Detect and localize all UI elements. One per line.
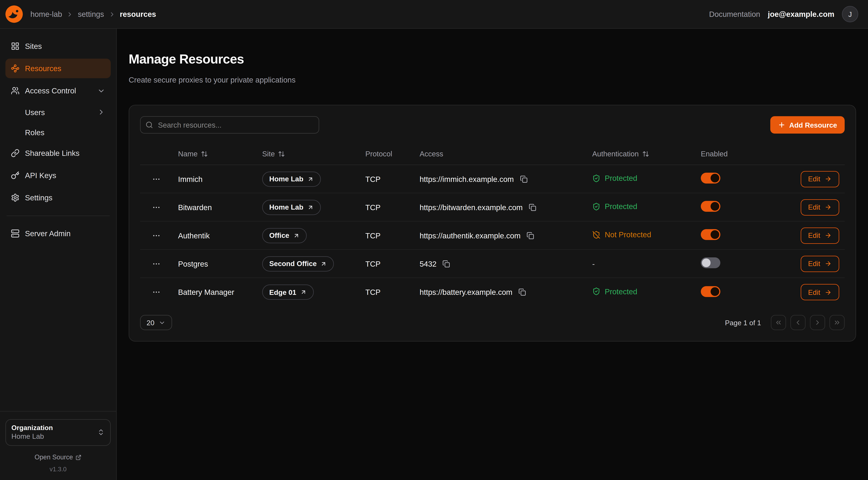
chevron-down-icon [159,319,166,326]
previous-page-button[interactable] [790,315,806,330]
ellipsis-icon [152,259,161,268]
enabled-toggle[interactable] [701,286,720,297]
arrow-up-right-icon [307,204,314,210]
sidebar-item-roles[interactable]: Roles [5,123,111,141]
copy-button[interactable] [525,231,535,240]
shield-check-icon [592,174,600,182]
next-page-button[interactable] [810,315,825,330]
row-actions-button[interactable] [150,229,163,242]
chevrons-up-down-icon [97,429,105,436]
sidebar: Sites Resources Access Control Users Rol… [0,29,117,480]
site-link[interactable]: Home Lab [262,171,321,187]
arrow-right-icon [825,260,832,267]
edit-label: Edit [808,175,820,183]
chevron-right-icon [97,108,105,116]
sidebar-item-resources[interactable]: Resources [5,59,111,78]
chevron-right-icon [814,319,821,326]
access-url: https://immich.example.com [420,175,514,183]
open-source-label: Open Source [35,453,73,461]
header-authentication[interactable]: Authentication [592,150,701,158]
sidebar-item-label: Server Admin [25,229,70,238]
edit-label: Edit [808,260,820,268]
sidebar-item-api-keys[interactable]: API Keys [5,166,111,185]
protocol: TCP [365,288,420,297]
user-email[interactable]: joe@example.com [768,10,834,19]
header-name[interactable]: Name [178,150,262,158]
shield-check-icon [592,203,600,211]
sidebar-item-label: API Keys [25,171,56,180]
site-link[interactable]: Home Lab [262,200,321,215]
sidebar-item-server-admin[interactable]: Server Admin [5,224,111,243]
header-access-label: Access [420,150,443,158]
sidebar-item-label: Sites [25,42,42,51]
copy-button[interactable] [528,202,537,212]
site-link[interactable]: Edge 01 [262,284,314,300]
page-title: Manage Resources [129,52,856,67]
copy-button[interactable] [519,174,529,184]
enabled-toggle[interactable] [701,258,720,268]
server-icon [11,229,20,238]
chevron-right-icon [66,11,73,18]
chevron-left-icon [794,319,802,326]
search-input[interactable] [140,116,319,133]
header-site[interactable]: Site [262,150,365,158]
shield-check-icon [592,288,600,296]
ellipsis-icon [152,175,161,183]
sidebar-item-label: Resources [25,64,61,73]
app-logo[interactable] [5,5,23,23]
row-actions-button[interactable] [150,286,163,299]
edit-button[interactable]: Edit [801,227,839,244]
sidebar-item-label: Users [25,108,45,117]
table-header: Name Site Protocol Access [140,143,845,165]
row-actions-button[interactable] [150,173,163,185]
edit-button[interactable]: Edit [801,256,839,272]
row-actions-button[interactable] [150,201,163,214]
arrow-right-icon [825,289,832,296]
copy-button[interactable] [441,259,451,269]
card-toolbar: Add Resource [140,116,845,133]
auth-status: Protected [592,174,637,183]
site-link[interactable]: Office [262,228,307,243]
breadcrumb-org[interactable]: home-lab [30,10,62,19]
edit-button[interactable]: Edit [801,199,839,215]
sidebar-item-access-control[interactable]: Access Control [5,81,111,100]
resources-table: Name Site Protocol Access [140,143,845,306]
sidebar-item-users[interactable]: Users [5,103,111,121]
sidebar-item-label: Settings [25,193,53,202]
sidebar-item-shareable-links[interactable]: Shareable Links [5,143,111,163]
edit-button[interactable]: Edit [801,284,839,300]
breadcrumb-settings[interactable]: settings [78,10,104,19]
last-page-button[interactable] [830,315,845,330]
sidebar-item-settings[interactable]: Settings [5,188,111,207]
resources-card: Add Resource Name Site [129,105,856,341]
chevron-right-icon [108,11,116,18]
ellipsis-icon [152,231,161,240]
organization-selector[interactable]: Organization Home Lab [5,419,111,446]
toggle-knob [711,230,719,239]
row-actions-button[interactable] [150,257,163,270]
first-page-button[interactable] [771,315,786,330]
ellipsis-icon [152,288,161,297]
enabled-toggle[interactable] [701,201,720,212]
ellipsis-icon [152,203,161,212]
enabled-toggle[interactable] [701,229,720,240]
page-size-select[interactable]: 20 [140,315,172,330]
access-url: https://bitwarden.example.com [420,203,523,212]
add-resource-button[interactable]: Add Resource [770,116,845,133]
sidebar-item-sites[interactable]: Sites [5,36,111,56]
edit-button[interactable]: Edit [801,171,839,187]
open-source-link[interactable]: Open Source [35,453,82,461]
site-link[interactable]: Second Office [262,256,334,271]
resource-name: Immich [178,175,262,183]
resource-name: Authentik [178,231,262,240]
site-name: Office [269,231,289,239]
copy-button[interactable] [517,287,527,297]
sort-icon [201,150,208,157]
documentation-link[interactable]: Documentation [709,10,760,19]
topbar: home-lab settings resources Documentatio… [0,0,868,29]
avatar[interactable]: J [842,6,858,22]
enabled-toggle[interactable] [701,173,720,183]
resource-name: Bitwarden [178,203,262,212]
header-enabled-label: Enabled [701,150,728,158]
organization-name: Home Lab [11,432,97,442]
